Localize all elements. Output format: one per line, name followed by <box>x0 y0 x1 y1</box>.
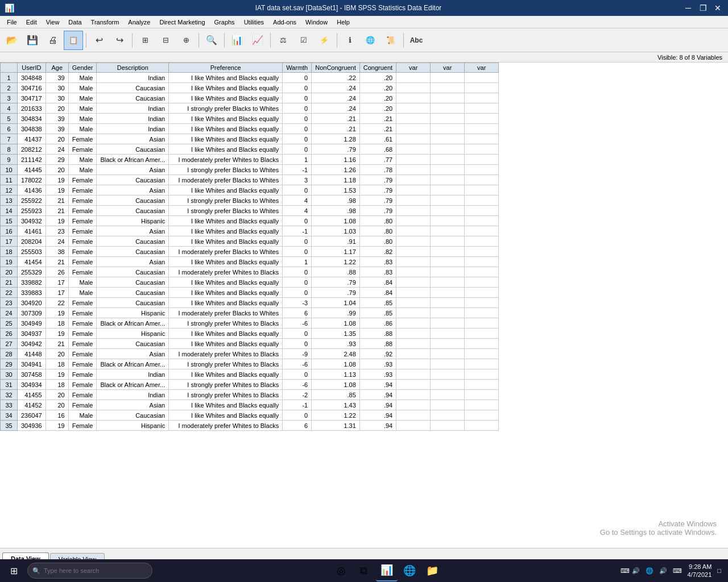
cell-gender[interactable]: Female <box>68 226 97 236</box>
cell-var-3[interactable] <box>465 421 499 431</box>
cell-description[interactable]: Caucasian <box>97 236 169 247</box>
cell-warmth[interactable]: 0 <box>283 134 312 144</box>
cell-congruent[interactable]: .79 <box>359 185 396 196</box>
col-header-warmth[interactable]: Warmth <box>283 63 312 73</box>
cell-warmth[interactable]: 0 <box>283 216 312 226</box>
cell-userid[interactable]: 201633 <box>18 103 46 114</box>
col-header-description[interactable]: Description <box>97 63 169 73</box>
cell-congruent[interactable]: .83 <box>359 267 396 277</box>
taskbar-spss[interactable]: 📊 <box>376 560 398 581</box>
cell-preference[interactable]: I strongly prefer Whites to Blacks <box>169 380 283 390</box>
cell-warmth[interactable]: 0 <box>283 93 312 103</box>
cell-var-1[interactable] <box>396 390 431 400</box>
cell-var-2[interactable] <box>431 185 465 196</box>
cell-description[interactable]: Hispanic <box>97 216 169 226</box>
cell-description[interactable]: Caucasian <box>97 339 169 349</box>
cell-var-3[interactable] <box>465 288 499 298</box>
cell-userid[interactable]: 339883 <box>18 288 46 298</box>
cell-age[interactable]: 20 <box>46 390 68 400</box>
cell-gender[interactable]: Female <box>68 308 97 318</box>
cell-noncongruent[interactable]: .24 <box>312 93 360 103</box>
cell-var-2[interactable] <box>431 93 465 103</box>
cell-var-1[interactable] <box>396 124 431 134</box>
cell-congruent[interactable]: .84 <box>359 288 396 298</box>
close-button[interactable]: ✕ <box>712 2 723 14</box>
cell-warmth[interactable]: -1 <box>283 400 312 410</box>
table-row[interactable]: 2133988217MaleCaucasianI like Whites and… <box>1 277 499 288</box>
cell-var-2[interactable] <box>431 83 465 93</box>
cell-var-2[interactable] <box>431 114 465 124</box>
cell-warmth[interactable]: 0 <box>283 329 312 339</box>
cell-noncongruent[interactable]: 1.31 <box>312 421 360 431</box>
cell-noncongruent[interactable]: 1.28 <box>312 134 360 144</box>
cell-noncongruent[interactable]: 2.48 <box>312 349 360 359</box>
globe-button[interactable]: 🌐 <box>361 31 380 50</box>
cell-var-1[interactable] <box>396 206 431 216</box>
cell-preference[interactable]: I moderately prefer Blacks to Whites <box>169 175 283 185</box>
taskbar-edge[interactable]: 🌐 <box>399 560 420 581</box>
cell-age[interactable]: 19 <box>46 185 68 196</box>
insert-case-button[interactable]: ⊟ <box>156 31 175 50</box>
cell-var-2[interactable] <box>431 288 465 298</box>
cell-description[interactable]: Asian <box>97 185 169 196</box>
cell-warmth[interactable]: 0 <box>283 103 312 114</box>
cell-warmth[interactable]: -6 <box>283 359 312 369</box>
cell-age[interactable]: 20 <box>46 103 68 114</box>
cell-age[interactable]: 20 <box>46 349 68 359</box>
table-row[interactable]: 820821224FemaleCaucasianI like Whites an… <box>1 144 499 155</box>
cell-userid[interactable]: 41436 <box>18 185 46 196</box>
cell-congruent[interactable]: .85 <box>359 308 396 318</box>
cell-preference[interactable]: I like Whites and Blacks equally <box>169 400 283 410</box>
cell-warmth[interactable]: 4 <box>283 196 312 206</box>
cell-userid[interactable]: 304838 <box>18 124 46 134</box>
cell-var-1[interactable] <box>396 144 431 155</box>
cell-age[interactable]: 22 <box>46 298 68 308</box>
cell-var-3[interactable] <box>465 175 499 185</box>
cell-congruent[interactable]: .20 <box>359 73 396 83</box>
cell-preference[interactable]: I moderately prefer Whites to Blacks <box>169 267 283 277</box>
cell-congruent[interactable]: .85 <box>359 298 396 308</box>
cell-description[interactable]: Caucasian <box>97 196 169 206</box>
cell-userid[interactable]: 178022 <box>18 175 46 185</box>
table-row[interactable]: 2330492022FemaleCaucasianI like Whites a… <box>1 298 499 308</box>
cell-gender[interactable]: Female <box>68 175 97 185</box>
cell-congruent[interactable]: .79 <box>359 175 396 185</box>
cell-description[interactable]: Caucasian <box>97 267 169 277</box>
info-button[interactable]: ℹ <box>340 31 359 50</box>
find-button[interactable]: 🔍 <box>202 31 221 50</box>
cell-age[interactable]: 19 <box>46 421 68 431</box>
menu-data[interactable]: Data <box>64 18 86 27</box>
cell-gender[interactable]: Male <box>68 83 97 93</box>
cell-noncongruent[interactable]: .99 <box>312 308 360 318</box>
insert-var-button[interactable]: ⊕ <box>176 31 196 50</box>
cell-description[interactable]: Caucasian <box>97 206 169 216</box>
cell-preference[interactable]: I strongly prefer Blacks to Whites <box>169 165 283 175</box>
cell-var-1[interactable] <box>396 155 431 165</box>
cell-preference[interactable]: I moderately prefer Whites to Blacks <box>169 421 283 431</box>
cell-age[interactable]: 21 <box>46 206 68 216</box>
cell-congruent[interactable]: .83 <box>359 257 396 267</box>
cell-var-1[interactable] <box>396 216 431 226</box>
spell-button[interactable]: Abc <box>407 31 426 50</box>
cell-gender[interactable]: Female <box>68 134 97 144</box>
cell-preference[interactable]: I like Whites and Blacks equally <box>169 185 283 196</box>
cell-userid[interactable]: 236047 <box>18 410 46 421</box>
notification-icon[interactable]: □ <box>717 567 721 574</box>
cell-var-2[interactable] <box>431 257 465 267</box>
table-row[interactable]: 3030745819FemaleIndianI like Whites and … <box>1 369 499 380</box>
cell-var-1[interactable] <box>396 226 431 236</box>
table-row[interactable]: 230471630MaleCaucasianI like Whites and … <box>1 83 499 93</box>
cell-var-2[interactable] <box>431 339 465 349</box>
cell-preference[interactable]: I like Whites and Blacks equally <box>169 114 283 124</box>
cell-var-2[interactable] <box>431 277 465 288</box>
col-header-var1[interactable]: var <box>396 63 431 73</box>
cell-var-2[interactable] <box>431 298 465 308</box>
cell-description[interactable]: Hispanic <box>97 421 169 431</box>
cell-gender[interactable]: Female <box>68 380 97 390</box>
cell-congruent[interactable]: .93 <box>359 369 396 380</box>
cell-warmth[interactable]: -9 <box>283 349 312 359</box>
cell-var-1[interactable] <box>396 288 431 298</box>
cell-congruent[interactable]: .79 <box>359 206 396 216</box>
cell-noncongruent[interactable]: 1.08 <box>312 380 360 390</box>
cell-userid[interactable]: 304716 <box>18 83 46 93</box>
